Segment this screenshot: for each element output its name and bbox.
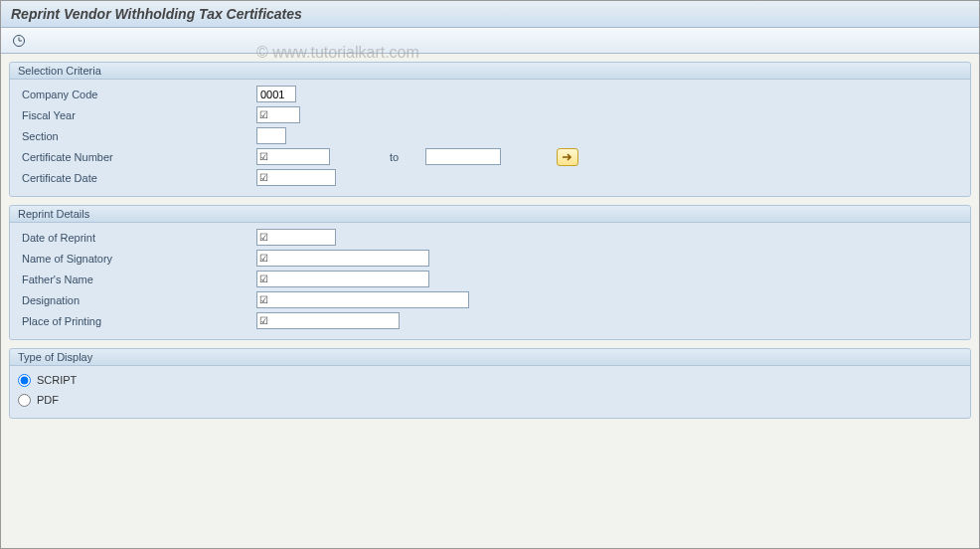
required-check-icon: ☑: [256, 106, 270, 123]
multiple-selection-button[interactable]: [557, 148, 578, 166]
required-check-icon: ☑: [256, 229, 270, 246]
required-check-icon: ☑: [256, 271, 270, 287]
radio-pdf-label: PDF: [37, 394, 59, 406]
required-check-icon: ☑: [256, 312, 270, 329]
designation-input[interactable]: [270, 291, 469, 308]
watermark: © www.tutorialkart.com: [256, 44, 419, 62]
radio-script-input[interactable]: [18, 374, 31, 387]
date-reprint-input[interactable]: [270, 229, 336, 246]
father-input[interactable]: [270, 271, 429, 287]
required-check-icon: ☑: [256, 169, 270, 186]
group-header-display: Type of Display: [10, 349, 970, 366]
group-selection-criteria: Selection Criteria Company Code Fiscal Y…: [9, 62, 971, 197]
required-check-icon: ☑: [256, 148, 270, 165]
clock-execute-icon: [12, 34, 26, 48]
signatory-input[interactable]: [270, 250, 429, 267]
arrow-right-icon: [562, 152, 573, 162]
toolbar: [1, 28, 979, 54]
radio-script[interactable]: SCRIPT: [10, 370, 970, 390]
cert-number-label: Certificate Number: [18, 149, 256, 165]
radio-script-label: SCRIPT: [37, 374, 77, 386]
to-label: to: [386, 151, 425, 163]
fiscal-year-label: Fiscal Year: [18, 107, 256, 123]
required-check-icon: ☑: [256, 291, 270, 308]
radio-pdf-input[interactable]: [18, 394, 31, 407]
fiscal-year-input[interactable]: [270, 106, 300, 123]
group-type-of-display: Type of Display SCRIPT PDF: [9, 348, 971, 419]
group-header-reprint: Reprint Details: [10, 206, 970, 223]
required-check-icon: ☑: [256, 250, 270, 267]
radio-pdf[interactable]: PDF: [10, 390, 970, 410]
section-input[interactable]: [256, 127, 286, 144]
cert-number-to-input[interactable]: [425, 148, 501, 165]
company-code-label: Company Code: [18, 87, 256, 102]
page-title: Reprint Vendor Withholding Tax Certifica…: [1, 1, 979, 28]
cert-date-label: Certificate Date: [18, 170, 256, 186]
cert-date-input[interactable]: [270, 169, 336, 186]
father-label: Father's Name: [18, 272, 256, 287]
company-code-input[interactable]: [256, 86, 296, 102]
execute-button[interactable]: [9, 31, 29, 51]
group-header-selection: Selection Criteria: [10, 63, 970, 80]
date-reprint-label: Date of Reprint: [18, 230, 256, 246]
section-label: Section: [18, 128, 256, 144]
place-label: Place of Printing: [18, 313, 256, 329]
designation-label: Designation: [18, 292, 256, 308]
group-reprint-details: Reprint Details Date of Reprint ☑ Name o…: [9, 205, 971, 340]
signatory-label: Name of Signatory: [18, 251, 256, 267]
place-input[interactable]: [270, 312, 400, 329]
cert-number-from-input[interactable]: [270, 148, 330, 165]
